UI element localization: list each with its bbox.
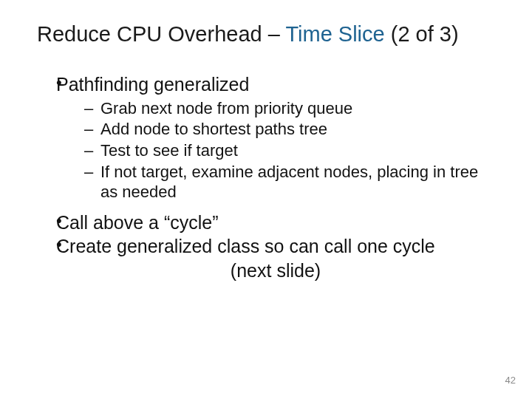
slide-title: Reduce CPU Overhead – Time Slice (2 of 3… xyxy=(37,22,495,47)
title-dash: – xyxy=(268,22,286,46)
slide-body: Pathfinding generalized Grab next node f… xyxy=(37,73,495,282)
slide: Reduce CPU Overhead – Time Slice (2 of 3… xyxy=(0,0,532,399)
sub-1: Grab next node from priority queue xyxy=(84,99,495,119)
sub-3: Test to see if target xyxy=(84,141,495,161)
title-part1: Reduce CPU Overhead xyxy=(37,22,268,46)
bullet-3: Create generalized class so can call one… xyxy=(56,235,495,282)
bullet-2: Call above a “cycle” xyxy=(56,211,495,234)
bullet-1-sublist: Grab next node from priority queue Add n… xyxy=(84,99,495,202)
bullet-list: Pathfinding generalized Grab next node f… xyxy=(37,73,495,282)
bullet-1: Pathfinding generalized Grab next node f… xyxy=(56,73,495,202)
bullet-1-text: Pathfinding generalized xyxy=(56,74,249,95)
title-part2: (2 of 3) xyxy=(391,22,459,46)
title-accent: Time Slice xyxy=(285,22,390,46)
page-number: 42 xyxy=(505,375,516,386)
sub-4: If not target, examine adjacent nodes, p… xyxy=(84,163,495,202)
bullet-3-text: Create generalized class so can call one… xyxy=(56,236,435,256)
sub-2: Add node to shortest paths tree xyxy=(84,120,495,140)
bullet-3-sub: (next slide) xyxy=(56,259,495,282)
